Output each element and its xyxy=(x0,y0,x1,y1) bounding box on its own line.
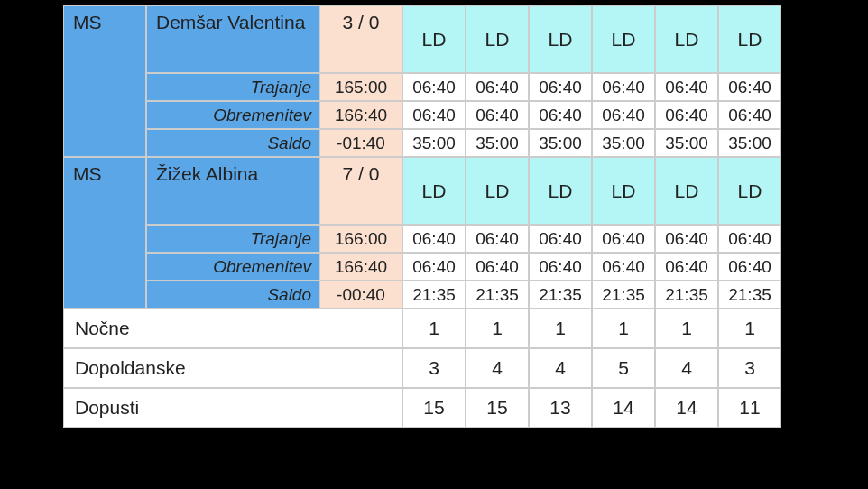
summary-row: Nočne111111 xyxy=(63,309,781,348)
obremenitev-row: Obremenitev166:4006:4006:4006:4006:4006:… xyxy=(63,101,781,129)
obremenitev-day: 06:40 xyxy=(718,253,781,281)
obremenitev-day: 06:40 xyxy=(655,253,718,281)
summary-day: 1 xyxy=(402,309,466,348)
saldo-day: 35:00 xyxy=(529,129,592,157)
saldo-day: 21:35 xyxy=(655,281,718,309)
schedule-table: MSDemšar Valentina3 / 0LDLDLDLDLDLDTraja… xyxy=(63,5,781,428)
saldo-row: Saldo-00:4021:3521:3521:3521:3521:3521:3… xyxy=(63,281,781,309)
role-cell: MS xyxy=(63,157,146,309)
obremenitev-day: 06:40 xyxy=(655,101,718,129)
saldo-label: Saldo xyxy=(146,129,319,157)
saldo-day: 21:35 xyxy=(529,281,592,309)
saldo-day: 35:00 xyxy=(466,129,529,157)
saldo-day: 21:35 xyxy=(592,281,655,309)
summary-day: 1 xyxy=(592,309,655,348)
summary-row: Dopusti151513141411 xyxy=(63,388,781,428)
trajanje-day: 06:40 xyxy=(592,225,655,253)
summary-day: 1 xyxy=(466,309,529,348)
summary-day: 3 xyxy=(718,348,781,388)
employee-header-row: MSDemšar Valentina3 / 0LDLDLDLDLDLD xyxy=(63,5,781,73)
employee-header-row: MSŽižek Albina7 / 0LDLDLDLDLDLD xyxy=(63,157,781,225)
obremenitev-day: 06:40 xyxy=(592,253,655,281)
trajanje-day: 06:40 xyxy=(529,225,592,253)
trajanje-day: 06:40 xyxy=(402,73,466,101)
trajanje-day: 06:40 xyxy=(402,225,466,253)
trajanje-row: Trajanje165:0006:4006:4006:4006:4006:400… xyxy=(63,73,781,101)
shift-cell[interactable]: LD xyxy=(529,5,592,73)
ratio-cell: 3 / 0 xyxy=(319,5,402,73)
obremenitev-day: 06:40 xyxy=(466,101,529,129)
trajanje-day: 06:40 xyxy=(718,225,781,253)
trajanje-day: 06:40 xyxy=(655,73,718,101)
summary-day: 5 xyxy=(592,348,655,388)
trajanje-day: 06:40 xyxy=(592,73,655,101)
obremenitev-total: 166:40 xyxy=(319,253,402,281)
summary-label: Nočne xyxy=(63,309,402,348)
saldo-day: 21:35 xyxy=(402,281,466,309)
summary-day: 11 xyxy=(718,388,781,428)
ratio-cell: 7 / 0 xyxy=(319,157,402,225)
shift-cell[interactable]: LD xyxy=(655,5,718,73)
saldo-day: 35:00 xyxy=(655,129,718,157)
summary-day: 15 xyxy=(466,388,529,428)
summary-day: 15 xyxy=(402,388,466,428)
trajanje-day: 06:40 xyxy=(718,73,781,101)
shift-cell[interactable]: LD xyxy=(655,157,718,225)
summary-day: 1 xyxy=(718,309,781,348)
shift-cell[interactable]: LD xyxy=(592,5,655,73)
saldo-label: Saldo xyxy=(146,281,319,309)
trajanje-total: 166:00 xyxy=(319,225,402,253)
obremenitev-row: Obremenitev166:4006:4006:4006:4006:4006:… xyxy=(63,253,781,281)
obremenitev-label: Obremenitev xyxy=(146,101,319,129)
trajanje-label: Trajanje xyxy=(146,225,319,253)
obremenitev-day: 06:40 xyxy=(592,101,655,129)
obremenitev-total: 166:40 xyxy=(319,101,402,129)
saldo-day: 35:00 xyxy=(402,129,466,157)
shift-cell[interactable]: LD xyxy=(718,5,781,73)
shift-cell[interactable]: LD xyxy=(718,157,781,225)
summary-day: 13 xyxy=(529,388,592,428)
shift-cell[interactable]: LD xyxy=(592,157,655,225)
summary-day: 14 xyxy=(655,388,718,428)
obremenitev-day: 06:40 xyxy=(529,101,592,129)
obremenitev-day: 06:40 xyxy=(402,253,466,281)
obremenitev-day: 06:40 xyxy=(402,101,466,129)
shift-cell[interactable]: LD xyxy=(402,5,466,73)
obremenitev-day: 06:40 xyxy=(466,253,529,281)
summary-day: 4 xyxy=(529,348,592,388)
shift-cell[interactable]: LD xyxy=(466,5,529,73)
trajanje-day: 06:40 xyxy=(529,73,592,101)
shift-cell[interactable]: LD xyxy=(529,157,592,225)
summary-day: 4 xyxy=(466,348,529,388)
saldo-row: Saldo-01:4035:0035:0035:0035:0035:0035:0… xyxy=(63,129,781,157)
trajanje-label: Trajanje xyxy=(146,73,319,101)
summary-day: 1 xyxy=(529,309,592,348)
employee-name: Demšar Valentina xyxy=(146,5,319,73)
saldo-total: -01:40 xyxy=(319,129,402,157)
obremenitev-day: 06:40 xyxy=(529,253,592,281)
obremenitev-label: Obremenitev xyxy=(146,253,319,281)
saldo-total: -00:40 xyxy=(319,281,402,309)
shift-cell[interactable]: LD xyxy=(402,157,466,225)
trajanje-row: Trajanje166:0006:4006:4006:4006:4006:400… xyxy=(63,225,781,253)
summary-day: 4 xyxy=(655,348,718,388)
summary-day: 1 xyxy=(655,309,718,348)
summary-label: Dopoldanske xyxy=(63,348,402,388)
summary-row: Dopoldanske344543 xyxy=(63,348,781,388)
summary-day: 14 xyxy=(592,388,655,428)
saldo-day: 21:35 xyxy=(466,281,529,309)
saldo-day: 35:00 xyxy=(718,129,781,157)
summary-label: Dopusti xyxy=(63,388,402,428)
saldo-day: 21:35 xyxy=(718,281,781,309)
obremenitev-day: 06:40 xyxy=(718,101,781,129)
employee-name: Žižek Albina xyxy=(146,157,319,225)
trajanje-day: 06:40 xyxy=(655,225,718,253)
summary-day: 3 xyxy=(402,348,466,388)
role-cell: MS xyxy=(63,5,146,157)
saldo-day: 35:00 xyxy=(592,129,655,157)
trajanje-day: 06:40 xyxy=(466,73,529,101)
trajanje-day: 06:40 xyxy=(466,225,529,253)
shift-cell[interactable]: LD xyxy=(466,157,529,225)
trajanje-total: 165:00 xyxy=(319,73,402,101)
